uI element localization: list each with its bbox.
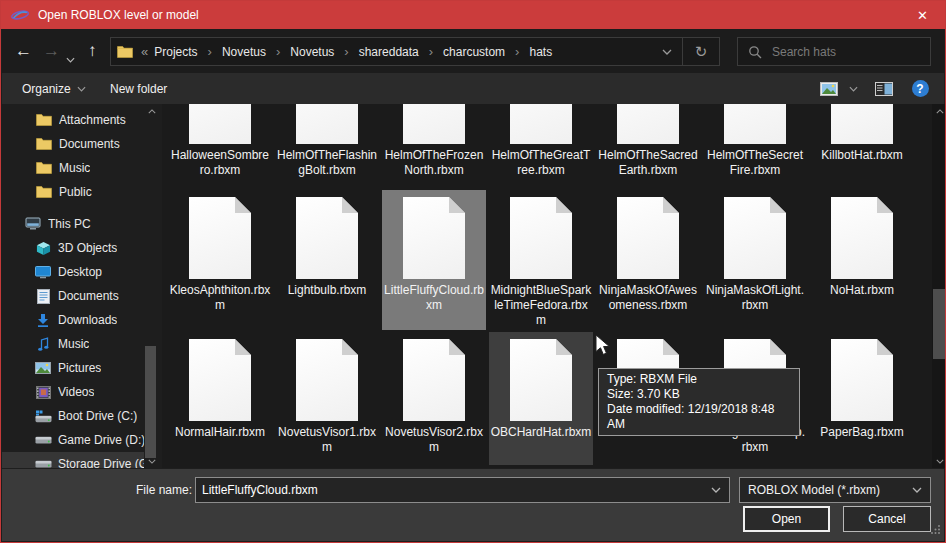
file-label: NinjaMaskOfAwesomeness.rbxm [597, 283, 699, 313]
sidebar-item-music-quick[interactable]: Music [2, 156, 144, 180]
file-icon [617, 197, 679, 279]
sidebar-item-desktop[interactable]: Desktop [2, 260, 144, 284]
sidebar-item-label: Music [59, 161, 90, 175]
breadcrumb-novetus-2[interactable]: Novetus [288, 45, 336, 59]
file-item[interactable]: KleosAphthiton.rbxm [168, 190, 272, 330]
sidebar-item-label: This PC [48, 217, 91, 231]
scroll-up-icon[interactable] [932, 105, 946, 117]
mouse-cursor-icon [595, 334, 612, 362]
file-item[interactable]: KillbotHat.rbxm [810, 104, 914, 188]
breadcrumb-shareddata[interactable]: shareddata [357, 45, 421, 59]
desktop-icon [33, 266, 53, 279]
file-icon [510, 197, 572, 279]
file-item[interactable]: NovetusVisor1.rbxm [275, 332, 379, 465]
search-icon [748, 45, 762, 59]
file-label: NoHat.rbxm [811, 283, 913, 298]
file-icon [510, 339, 572, 421]
breadcrumb-novetus-1[interactable]: Novetus [220, 45, 268, 59]
download-arrow-icon [33, 313, 53, 328]
drive-icon [33, 434, 53, 446]
drive-icon [33, 458, 53, 468]
forward-button[interactable]: → [43, 42, 60, 59]
up-button[interactable]: ↑ [88, 42, 97, 59]
organize-button[interactable]: Organize [14, 73, 94, 104]
chevron-down-icon[interactable] [703, 487, 729, 493]
search-box [737, 37, 931, 66]
breadcrumb-hats[interactable]: hats [527, 45, 554, 59]
help-button[interactable]: ? [907, 73, 933, 104]
file-item[interactable]: HelmOfTheFrozenNorth.rbxm [382, 104, 486, 188]
breadcrumb-projects[interactable]: Projects [152, 45, 199, 59]
close-button[interactable]: ✕ [900, 1, 945, 29]
file-item[interactable]: NormalHair.rbxm [168, 332, 272, 465]
preview-pane-button[interactable] [871, 73, 897, 104]
recent-locations-chevron-icon[interactable] [66, 49, 75, 66]
sidebar-item-label: Pictures [58, 361, 101, 375]
address-bar[interactable]: « Projects › Novetus › Novetus › sharedd… [110, 37, 720, 66]
file-icon [296, 104, 358, 144]
sidebar-item-boot-drive[interactable]: Boot Drive (C:) [2, 404, 144, 428]
sidebar-item-music[interactable]: Music [2, 332, 144, 356]
file-label: OBCHardHat.rbxm [490, 425, 592, 440]
system-drive-icon [33, 410, 53, 423]
file-item[interactable]: HelmOfTheSacredEarth.rbxm [596, 104, 700, 188]
sidebar-item-videos[interactable]: Videos [2, 380, 144, 404]
new-folder-button[interactable]: New folder [102, 73, 175, 104]
file-item[interactable]: HelmOfTheFlashingBolt.rbxm [275, 104, 379, 188]
sidebar-item-this-pc[interactable]: This PC [2, 212, 144, 236]
file-item[interactable]: Lightbulb.rbxm [275, 190, 379, 330]
scroll-down-icon[interactable] [932, 455, 946, 467]
sidebar-item-label: 3D Objects [58, 241, 117, 255]
sidebar-item-downloads[interactable]: Downloads [2, 308, 144, 332]
refresh-button[interactable]: ↻ [683, 38, 719, 65]
file-item[interactable]: PaperBag.rbxm [810, 332, 914, 465]
navigation-bar: ← → ↑ « Projects › Novetus › Novetus › s… [2, 29, 944, 73]
file-name-input[interactable] [196, 483, 703, 497]
chevron-right-icon: › [268, 44, 288, 59]
scrollbar-thumb[interactable] [933, 289, 945, 359]
sidebar-item-pictures[interactable]: Pictures [2, 356, 144, 380]
cancel-button[interactable]: Cancel [843, 506, 931, 532]
file-item[interactable]: HalloweenSombrero.rbxm [168, 104, 272, 188]
breadcrumb-overflow-icon[interactable]: « [141, 44, 148, 59]
file-icon [724, 197, 786, 279]
sidebar-item-storage-drive[interactable]: Storage Drive (G [2, 452, 144, 468]
open-button[interactable]: Open [743, 506, 830, 532]
file-list: HalloweenSombrero.rbxm HelmOfTheFlashing… [162, 104, 932, 468]
scroll-down-icon[interactable] [144, 455, 159, 467]
file-item[interactable]: NoHat.rbxm [810, 190, 914, 330]
file-label: HalloweenSombrero.rbxm [169, 148, 271, 178]
file-item[interactable]: HelmOfTheSecretFire.rbxm [703, 104, 807, 188]
chevron-down-icon[interactable] [904, 487, 930, 493]
file-list-scrollbar[interactable] [932, 104, 946, 468]
change-view-chevron-icon[interactable] [844, 73, 862, 104]
scroll-up-icon[interactable] [144, 105, 159, 117]
scrollbar-thumb[interactable] [145, 346, 156, 458]
sidebar-item-3d-objects[interactable]: 3D Objects [2, 236, 144, 260]
breadcrumb-charcustom[interactable]: charcustom [441, 45, 507, 59]
file-item-hovered[interactable]: OBCHardHat.rbxm [489, 332, 593, 465]
address-dropdown-chevron-icon[interactable] [652, 38, 682, 65]
file-name-combobox[interactable] [195, 477, 730, 503]
sidebar-item-game-drive[interactable]: Game Drive (D:) [2, 428, 144, 452]
folder-icon [117, 45, 133, 59]
sidebar-item-attachments[interactable]: Attachments [2, 108, 144, 132]
file-item[interactable]: HelmOfTheGreatTree.rbxm [489, 104, 593, 188]
file-item[interactable]: NovetusVisor2.rbxm [382, 332, 486, 465]
file-icon [510, 104, 572, 144]
file-item[interactable]: MidnightBlueSparkleTimeFedora.rbxm [489, 190, 593, 330]
sidebar-item-documents[interactable]: Documents [2, 284, 144, 308]
sidebar-item-public[interactable]: Public [2, 180, 144, 204]
folder-icon [34, 113, 54, 127]
sidebar-scrollbar[interactable] [144, 104, 159, 468]
change-view-button[interactable] [816, 73, 842, 104]
file-label: KleosAphthiton.rbxm [169, 283, 271, 313]
file-item[interactable]: NinjaMaskOfAwesomeness.rbxm [596, 190, 700, 330]
search-input[interactable] [770, 44, 930, 60]
file-item-selected[interactable]: LittleFluffyCloud.rbxm [382, 190, 486, 330]
file-type-combobox[interactable]: ROBLOX Model (*.rbxm) [739, 477, 931, 503]
file-item[interactable]: NinjaMaskOfLight.rbxm [703, 190, 807, 330]
back-button[interactable]: ← [15, 42, 32, 59]
resize-grip[interactable] [930, 521, 941, 539]
sidebar-item-documents-quick[interactable]: Documents [2, 132, 144, 156]
